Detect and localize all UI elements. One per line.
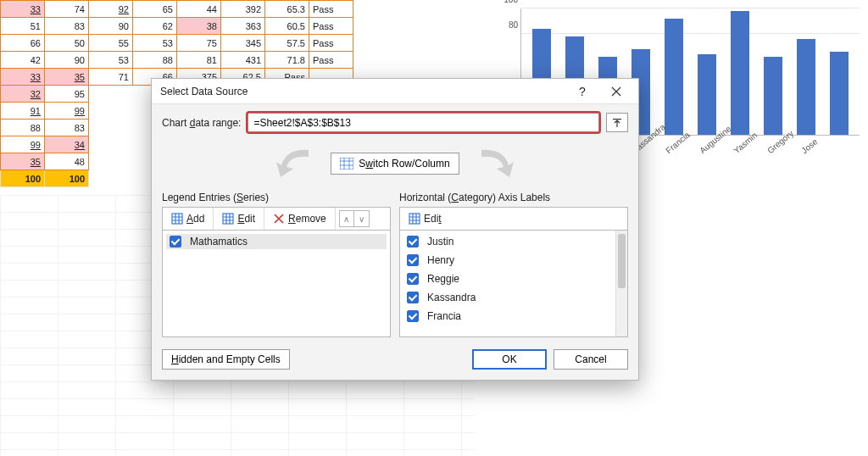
axis-labels-list[interactable]: JustinHenryReggieKassandraFrancia: [399, 231, 628, 337]
cell[interactable]: 33: [1, 1, 45, 18]
cell[interactable]: 99: [1, 136, 45, 153]
list-item[interactable]: Henry: [407, 254, 620, 266]
cell[interactable]: 48: [45, 153, 89, 170]
axis-labels-items: JustinHenryReggieKassandraFrancia: [400, 231, 627, 327]
cell[interactable]: 431: [221, 52, 265, 69]
svg-rect-4: [409, 214, 420, 224]
list-item-label: Reggie: [427, 273, 459, 285]
list-item[interactable]: Reggie: [407, 273, 620, 285]
checkbox[interactable]: [407, 310, 419, 322]
list-item[interactable]: Kassandra: [407, 292, 620, 303]
x-axis-label: Jose: [799, 136, 820, 156]
cell[interactable]: 345: [221, 35, 265, 52]
dialog-titlebar[interactable]: Select Data Source ?: [152, 79, 638, 104]
checkbox[interactable]: [407, 273, 419, 285]
legend-series-list[interactable]: Mathamatics: [162, 231, 391, 337]
svg-rect-2: [172, 214, 182, 224]
cell[interactable]: 99: [45, 103, 89, 120]
cell[interactable]: 83: [45, 120, 89, 136]
chart-data-range-input[interactable]: [248, 113, 599, 132]
help-button[interactable]: ?: [565, 80, 599, 103]
cell[interactable]: Pass: [309, 52, 353, 69]
cell[interactable]: 95: [45, 86, 89, 103]
x-axis-label: [833, 136, 854, 156]
cell[interactable]: 35: [45, 69, 89, 86]
cell[interactable]: 83: [45, 18, 89, 35]
legend-toolbar: Add Edit Remove ∧ ∨: [162, 207, 391, 231]
cell[interactable]: 100: [1, 170, 45, 187]
cell[interactable]: 38: [177, 18, 221, 35]
cell[interactable]: 60.5: [265, 18, 309, 35]
cell[interactable]: 91: [1, 103, 45, 120]
cell[interactable]: 51: [1, 18, 45, 35]
cell[interactable]: 55: [89, 35, 133, 52]
cell[interactable]: 42: [1, 52, 45, 69]
cell[interactable]: 71: [89, 69, 133, 86]
range-select-icon: [612, 118, 622, 128]
cell[interactable]: Pass: [309, 1, 353, 18]
checkbox[interactable]: [407, 236, 419, 247]
add-series-button[interactable]: Add: [163, 208, 214, 230]
axis-list-scrollbar[interactable]: [615, 231, 627, 336]
cell[interactable]: 50: [45, 35, 89, 52]
chart-bar: [698, 54, 716, 135]
edit-series-button[interactable]: Edit: [214, 208, 264, 230]
switch-icon: [340, 158, 353, 170]
cell[interactable]: Pass: [309, 35, 353, 52]
close-button[interactable]: [599, 80, 633, 103]
cell[interactable]: 88: [1, 120, 45, 136]
list-item[interactable]: Mathamatics: [166, 234, 387, 249]
cell[interactable]: Pass: [309, 18, 353, 35]
edit-axis-labels-button[interactable]: Edit: [400, 208, 450, 230]
list-item[interactable]: Francia: [407, 310, 620, 322]
remove-series-button[interactable]: Remove: [264, 208, 336, 230]
cell[interactable]: 100: [45, 170, 89, 187]
cell[interactable]: 66: [1, 35, 45, 52]
cell[interactable]: 44: [177, 1, 221, 18]
cell[interactable]: 75: [177, 35, 221, 52]
svg-rect-3: [223, 214, 233, 224]
cell[interactable]: 65: [133, 1, 177, 18]
cancel-button[interactable]: Cancel: [554, 349, 628, 370]
close-icon: [611, 86, 621, 97]
ytick: 100: [496, 0, 518, 4]
x-axis-label: Francia: [664, 136, 684, 156]
cell[interactable]: 62: [133, 18, 177, 35]
cell[interactable]: 74: [45, 1, 89, 18]
move-series-up-button[interactable]: ∧: [339, 210, 354, 227]
switch-row-column-button[interactable]: Switch Row/Column: [331, 153, 459, 175]
checkbox[interactable]: [170, 236, 181, 247]
cell[interactable]: 88: [133, 52, 177, 69]
cell[interactable]: 34: [45, 136, 89, 153]
cell[interactable]: 32: [1, 86, 45, 103]
list-item[interactable]: Justin: [407, 236, 620, 247]
cell[interactable]: 33: [1, 69, 45, 86]
cell[interactable]: 92: [89, 1, 133, 18]
cell[interactable]: 392: [221, 1, 265, 18]
list-item-label: Mathamatics: [190, 236, 248, 247]
cell[interactable]: 71.8: [265, 52, 309, 69]
select-data-source-dialog: Select Data Source ? Chart data range:: [151, 78, 639, 381]
ok-button[interactable]: OK: [472, 349, 547, 370]
cell[interactable]: 81: [177, 52, 221, 69]
legend-series-items: Mathamatics: [163, 231, 390, 253]
checkbox[interactable]: [407, 254, 419, 266]
svg-rect-1: [340, 158, 353, 170]
move-series-down-button[interactable]: ∨: [354, 210, 370, 227]
legend-entries-title: Legend Entries (Series): [162, 192, 391, 203]
collapse-range-button[interactable]: [606, 113, 628, 132]
hidden-empty-cells-button[interactable]: Hidden and Empty Cells: [162, 349, 290, 370]
chart-data-range-label: Chart data range:: [162, 117, 241, 129]
cell[interactable]: 90: [45, 52, 89, 69]
cell[interactable]: 53: [133, 35, 177, 52]
cell[interactable]: 35: [1, 153, 45, 170]
cell[interactable]: 53: [89, 52, 133, 69]
x-axis-label: Augustine: [698, 136, 718, 156]
cell[interactable]: 363: [221, 18, 265, 35]
chart-bar: [665, 19, 683, 135]
cell[interactable]: 90: [89, 18, 133, 35]
cell[interactable]: 57.5: [265, 35, 309, 52]
add-icon: [171, 213, 183, 225]
checkbox[interactable]: [407, 292, 419, 303]
cell[interactable]: 65.3: [265, 1, 309, 18]
